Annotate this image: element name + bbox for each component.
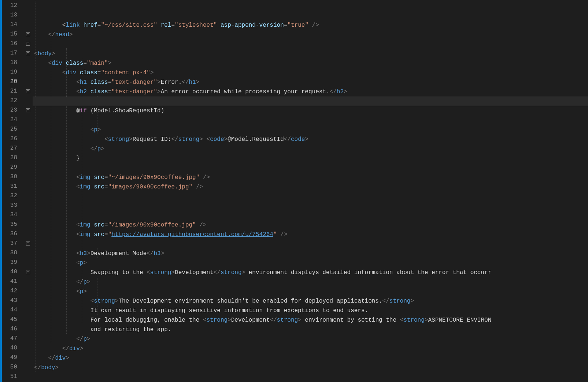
fold-toggle-icon[interactable]: [24, 86, 33, 96]
fold-column[interactable]: [24, 0, 33, 382]
fold-toggle-icon[interactable]: [24, 267, 33, 277]
code-line[interactable]: }: [33, 154, 588, 163]
fold-toggle-icon[interactable]: [24, 48, 33, 58]
code-line[interactable]: </p>: [33, 144, 588, 154]
line-number[interactable]: 36: [2, 229, 24, 239]
code-line[interactable]: </p>: [33, 334, 588, 344]
line-number[interactable]: 40: [2, 267, 24, 277]
line-number[interactable]: 23: [2, 105, 24, 115]
code-line[interactable]: <p>: [33, 258, 588, 268]
line-number[interactable]: 30: [2, 172, 24, 181]
line-number[interactable]: 48: [2, 343, 24, 353]
fold-spacer: [24, 315, 33, 324]
line-number[interactable]: 49: [2, 353, 24, 362]
fold-spacer: [24, 10, 33, 20]
code-line[interactable]: <img src="images/90x90coffee.jpg" />: [33, 182, 588, 192]
fold-spacer: [24, 220, 33, 229]
code-line[interactable]: It can result in displaying sensitive in…: [33, 306, 588, 315]
code-line[interactable]: <strong>Request ID:</strong> <code>@Mode…: [33, 135, 588, 144]
code-line[interactable]: [33, 211, 588, 220]
code-line[interactable]: </p>: [33, 277, 588, 287]
fold-spacer: [24, 143, 33, 153]
line-number[interactable]: 18: [2, 58, 24, 67]
line-number[interactable]: 34: [2, 210, 24, 220]
fold-spacer: [24, 115, 33, 124]
line-number[interactable]: 20: [2, 77, 24, 86]
line-number[interactable]: 35: [2, 220, 24, 229]
line-number[interactable]: 29: [2, 162, 24, 172]
line-number[interactable]: 22: [2, 96, 24, 105]
line-number[interactable]: 42: [2, 286, 24, 296]
code-line[interactable]: <strong>The Development environment shou…: [33, 296, 588, 306]
fold-spacer: [24, 172, 33, 181]
fold-spacer: [24, 286, 33, 296]
code-line[interactable]: and restarting the app.: [33, 325, 588, 334]
code-line[interactable]: [33, 97, 588, 106]
code-line[interactable]: For local debugging, enable the <strong>…: [33, 315, 588, 325]
line-number[interactable]: 31: [2, 181, 24, 191]
code-line[interactable]: [33, 192, 588, 201]
fold-toggle-icon[interactable]: [24, 39, 33, 48]
line-number[interactable]: 12: [2, 1, 24, 10]
line-number[interactable]: 51: [2, 372, 24, 381]
line-number-gutter[interactable]: 1213141516171819202122232425262728293031…: [2, 0, 24, 382]
line-number[interactable]: 14: [2, 20, 24, 29]
code-line[interactable]: <link href="~/css/site.css" rel="stylesh…: [33, 20, 588, 30]
line-number[interactable]: 45: [2, 315, 24, 324]
line-number[interactable]: 19: [2, 67, 24, 77]
fold-spacer: [24, 248, 33, 258]
line-number[interactable]: 39: [2, 258, 24, 267]
line-number[interactable]: 25: [2, 124, 24, 134]
fold-toggle-icon[interactable]: [24, 29, 33, 39]
line-number[interactable]: 16: [2, 39, 24, 48]
code-line[interactable]: </div>: [33, 344, 588, 353]
code-line[interactable]: </head>: [33, 30, 588, 40]
line-number[interactable]: 27: [2, 143, 24, 153]
line-number[interactable]: 44: [2, 305, 24, 315]
line-number[interactable]: 17: [2, 48, 24, 58]
code-line[interactable]: <p>: [33, 287, 588, 296]
code-line[interactable]: <p>: [33, 125, 588, 135]
code-line[interactable]: </body>: [33, 363, 588, 372]
code-line[interactable]: <img src="https://avatars.githubusercont…: [33, 230, 588, 239]
code-line[interactable]: [33, 40, 588, 49]
line-number[interactable]: 24: [2, 115, 24, 124]
fold-toggle-icon[interactable]: [24, 239, 33, 248]
code-line[interactable]: <body>: [33, 49, 588, 59]
code-line[interactable]: <h3>Development Mode</h3>: [33, 249, 588, 258]
line-number[interactable]: 38: [2, 248, 24, 258]
fold-spacer: [24, 191, 33, 201]
code-line[interactable]: <img src="/images/90x90coffee.jpg" />: [33, 220, 588, 230]
code-line[interactable]: Swapping to the <strong>Development</str…: [33, 268, 588, 277]
code-area[interactable]: <link href="~/css/site.css" rel="stylesh…: [33, 0, 588, 382]
code-line[interactable]: <div class="content px-4">: [33, 68, 588, 78]
line-number[interactable]: 37: [2, 239, 24, 248]
code-line[interactable]: <img src="~/images/90x90coffee.jpg" />: [33, 173, 588, 182]
code-editor[interactable]: 1213141516171819202122232425262728293031…: [0, 0, 588, 382]
line-number[interactable]: 47: [2, 334, 24, 343]
line-number[interactable]: 32: [2, 191, 24, 201]
code-line[interactable]: [33, 201, 588, 211]
code-line[interactable]: [33, 372, 588, 382]
code-line[interactable]: @if (Model.ShowRequestId): [33, 106, 588, 116]
fold-spacer: [24, 343, 33, 353]
code-line[interactable]: [33, 239, 588, 249]
code-line[interactable]: <h1 class="text-danger">Error.</h1>: [33, 78, 588, 87]
line-number[interactable]: 41: [2, 277, 24, 286]
line-number[interactable]: 26: [2, 134, 24, 143]
line-number[interactable]: 43: [2, 296, 24, 305]
code-line[interactable]: </div>: [33, 353, 588, 363]
code-line[interactable]: [33, 163, 588, 173]
fold-spacer: [24, 277, 33, 286]
line-number[interactable]: 21: [2, 86, 24, 96]
code-line[interactable]: [33, 116, 588, 125]
line-number[interactable]: 50: [2, 362, 24, 372]
line-number[interactable]: 13: [2, 10, 24, 20]
line-number[interactable]: 15: [2, 29, 24, 39]
fold-toggle-icon[interactable]: [24, 105, 33, 115]
line-number[interactable]: 28: [2, 153, 24, 162]
line-number[interactable]: 46: [2, 324, 24, 334]
code-line[interactable]: <h2 class="text-danger">An error occurre…: [33, 87, 588, 97]
code-line[interactable]: <div class="main">: [33, 59, 588, 68]
line-number[interactable]: 33: [2, 201, 24, 210]
